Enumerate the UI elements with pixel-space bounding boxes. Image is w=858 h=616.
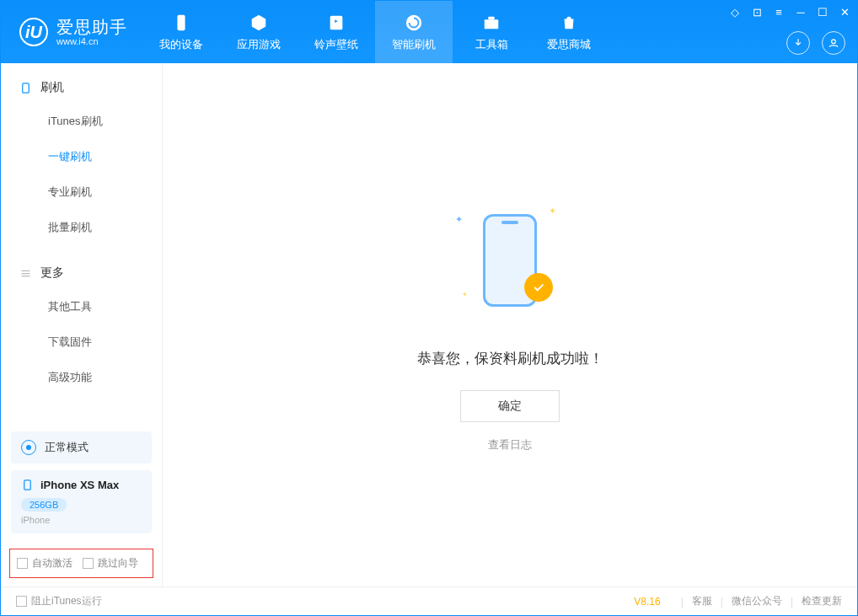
device-head: iPhone XS Max <box>21 479 142 491</box>
tab-store[interactable]: 爱思商城 <box>530 1 608 63</box>
sidebar-item-advanced[interactable]: 高级功能 <box>1 360 162 395</box>
title-bar-controls: ◇ ⊡ ≡ ─ ☐ ✕ <box>727 4 852 19</box>
user-button[interactable] <box>822 31 845 55</box>
mode-label: 正常模式 <box>45 440 88 455</box>
cube-icon <box>249 13 269 33</box>
device-icon <box>171 13 191 33</box>
tab-toolbox[interactable]: 工具箱 <box>453 1 530 63</box>
checkbox-label: 自动激活 <box>32 556 72 570</box>
tab-apps-games[interactable]: 应用游戏 <box>220 1 298 63</box>
sparkle-icon: ✦ <box>455 214 463 225</box>
main-tabs: 我的设备 应用游戏 铃声壁纸 智能刷机 工具箱 爱思商城 <box>142 1 608 63</box>
svg-rect-6 <box>24 480 31 490</box>
logo-area: iU 爱思助手 www.i4.cn <box>1 1 142 63</box>
tab-label: 我的设备 <box>159 37 203 52</box>
svg-rect-2 <box>485 19 499 29</box>
logo-text: 爱思助手 www.i4.cn <box>56 18 127 46</box>
checkbox-icon <box>17 558 28 569</box>
sidebar-section-more: 更多 其他工具 下载固件 高级功能 <box>1 249 162 399</box>
download-button[interactable] <box>786 31 810 55</box>
skin-icon[interactable]: ◇ <box>727 4 743 19</box>
device-name: iPhone XS Max <box>40 479 119 491</box>
checkbox-icon <box>83 558 94 569</box>
tab-my-device[interactable]: 我的设备 <box>142 1 220 63</box>
footer-link-update[interactable]: 检查更新 <box>802 594 842 608</box>
success-illustration: ✦ ✦ ✦ <box>447 197 573 324</box>
checkbox-block-itunes[interactable]: 阻止iTunes运行 <box>16 594 102 608</box>
mode-status-icon <box>21 440 36 455</box>
checkbox-label: 跳过向导 <box>98 556 138 570</box>
main-content: ✦ ✦ ✦ 恭喜您，保资料刷机成功啦！ 确定 查看日志 <box>163 63 857 587</box>
sidebar-item-other-tools[interactable]: 其他工具 <box>1 289 162 324</box>
menu-icon[interactable]: ≡ <box>771 4 786 19</box>
app-title: 爱思助手 <box>56 18 127 36</box>
sidebar-item-download-firmware[interactable]: 下载固件 <box>1 324 162 360</box>
toolbox-icon <box>481 13 501 33</box>
sidebar-head-flash: 刷机 <box>1 80 162 104</box>
sidebar-item-batch-flash[interactable]: 批量刷机 <box>1 210 162 245</box>
logo-icon: iU <box>19 18 48 46</box>
storage-badge: 256GB <box>21 498 67 512</box>
phone-icon <box>21 479 34 491</box>
bag-icon <box>559 13 579 33</box>
svg-rect-1 <box>330 15 343 29</box>
mode-box[interactable]: 正常模式 <box>11 431 152 463</box>
app-window: iU 爱思助手 www.i4.cn 我的设备 应用游戏 铃声壁纸 智能刷机 <box>0 0 858 616</box>
sidebar-section-flash: 刷机 iTunes刷机 一键刷机 专业刷机 批量刷机 <box>1 63 162 249</box>
sparkle-icon: ✦ <box>549 206 556 217</box>
close-icon[interactable]: ✕ <box>837 4 852 19</box>
sidebar-title: 更多 <box>40 265 64 281</box>
sidebar-title: 刷机 <box>40 80 64 95</box>
highlight-checkbox-row: 自动激活 跳过向导 <box>9 549 153 578</box>
svg-rect-3 <box>488 16 494 19</box>
version-label: V8.16 <box>634 596 660 608</box>
checkbox-skip-guide[interactable]: 跳过向导 <box>83 556 138 570</box>
tab-label: 铃声壁纸 <box>314 37 358 52</box>
spacer <box>1 399 162 425</box>
sidebar-item-itunes-flash[interactable]: iTunes刷机 <box>1 104 162 139</box>
feedback-icon[interactable]: ⊡ <box>749 4 764 19</box>
header-actions <box>786 31 845 55</box>
phone-icon <box>19 82 32 94</box>
maximize-icon[interactable]: ☐ <box>815 4 830 19</box>
refresh-icon <box>404 13 424 33</box>
checkbox-auto-activate[interactable]: 自动激活 <box>17 556 72 570</box>
checkbox-icon <box>16 596 27 607</box>
footer-link-wechat[interactable]: 微信公众号 <box>732 594 782 608</box>
ok-button[interactable]: 确定 <box>460 390 560 422</box>
tab-label: 应用游戏 <box>237 37 281 52</box>
tab-smart-flash[interactable]: 智能刷机 <box>375 1 453 63</box>
tab-label: 智能刷机 <box>392 37 436 52</box>
sidebar-head-more: 更多 <box>1 265 162 289</box>
check-badge-icon <box>524 273 553 302</box>
view-log-link[interactable]: 查看日志 <box>488 437 532 453</box>
header: iU 爱思助手 www.i4.cn 我的设备 应用游戏 铃声壁纸 智能刷机 <box>1 1 857 63</box>
success-message: 恭喜您，保资料刷机成功啦！ <box>417 349 603 368</box>
footer-right: V8.16 | 客服 | 微信公众号 | 检查更新 <box>634 594 842 608</box>
tab-label: 工具箱 <box>475 37 508 52</box>
tab-label: 爱思商城 <box>547 37 591 52</box>
sidebar-item-one-click-flash[interactable]: 一键刷机 <box>1 139 162 174</box>
music-icon <box>326 13 346 33</box>
app-subtitle: www.i4.cn <box>56 36 127 46</box>
svg-rect-0 <box>177 14 185 29</box>
svg-point-4 <box>832 40 836 44</box>
checkbox-label: 阻止iTunes运行 <box>31 594 102 608</box>
sidebar: 刷机 iTunes刷机 一键刷机 专业刷机 批量刷机 更多 其他工具 下载固件 … <box>1 63 163 587</box>
sparkle-icon: ✦ <box>462 291 468 298</box>
body: 刷机 iTunes刷机 一键刷机 专业刷机 批量刷机 更多 其他工具 下载固件 … <box>1 63 857 587</box>
footer: 阻止iTunes运行 V8.16 | 客服 | 微信公众号 | 检查更新 <box>1 587 857 615</box>
tab-ringtone-wallpaper[interactable]: 铃声壁纸 <box>298 1 375 63</box>
sidebar-item-pro-flash[interactable]: 专业刷机 <box>1 174 162 210</box>
device-type: iPhone <box>21 515 142 525</box>
device-box[interactable]: iPhone XS Max 256GB iPhone <box>11 470 152 533</box>
list-icon <box>19 267 32 280</box>
footer-link-support[interactable]: 客服 <box>692 594 712 608</box>
minimize-icon[interactable]: ─ <box>793 4 808 19</box>
svg-rect-5 <box>23 83 29 92</box>
